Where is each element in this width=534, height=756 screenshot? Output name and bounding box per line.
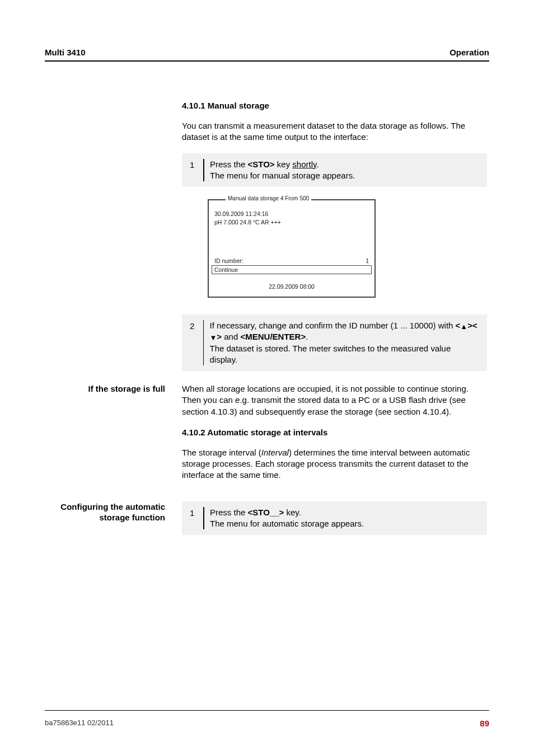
screen-id-label: ID number: (214, 257, 243, 264)
config-step-key: <STO__> (248, 508, 284, 517)
step-1-text: Press the <STO> key shortly. The menu fo… (210, 159, 355, 182)
step-divider (203, 159, 204, 182)
storage-full-label: If the storage is full (45, 383, 182, 395)
screen-continue: Continue (212, 265, 372, 274)
footer-page-number: 89 (480, 719, 489, 728)
footer-doc-id: ba75863e11 02/2011 (45, 719, 114, 728)
section-2-text: The storage interval (Interval) determin… (182, 447, 487, 481)
screen-measurement: pH 7.000 24.8 °C AR +++ (214, 219, 369, 226)
screen-id-row: ID number: 1 (214, 257, 369, 264)
config-label: Configuring the automatic storage functi… (45, 501, 182, 523)
up-arrow-icon: ▲ (460, 323, 467, 330)
down-arrow-icon: ▼ (209, 334, 217, 341)
step-2-text: If necessary, change and confirm the ID … (209, 320, 479, 365)
step2-line2: The dataset is stored. The meter switche… (209, 344, 451, 364)
step2-keymid: >< (467, 321, 477, 330)
step1-shortly: shortly (292, 159, 316, 169)
step-number: 2 (190, 320, 203, 331)
step2-keyopen1: < (456, 321, 461, 330)
page-footer: ba75863e11 02/2011 89 (45, 710, 489, 728)
screen-datetime: 30.09.2009 11:24:16 (214, 210, 369, 217)
step1-part-b: key (275, 159, 293, 169)
page-header: Multi 3410 Operation (45, 48, 489, 62)
config-step-b: key. (284, 508, 301, 517)
sec2-text-a: The storage interval ( (182, 448, 261, 457)
step-2-box: 2 If necessary, change and confirm the I… (182, 314, 487, 371)
device-screen: Manual data storage 4 From 500 30.09.200… (208, 199, 487, 298)
step2-part-a: If necessary, change and confirm the ID … (209, 321, 455, 330)
config-step-1-text: Press the <STO__> key. The menu for auto… (210, 507, 364, 530)
header-right: Operation (449, 48, 489, 57)
step-number: 1 (190, 507, 203, 518)
step1-part-a: Press the (210, 159, 248, 169)
step-number: 1 (190, 159, 203, 170)
section-intro: You can transmit a measurement dataset t… (182, 120, 487, 143)
step1-part-c: . (316, 159, 318, 169)
step2-part-c: . (306, 332, 308, 341)
config-step-line2: The menu for automatic storage appears. (210, 519, 364, 528)
config-step-1-box: 1 Press the <STO__> key. The menu for au… (182, 501, 487, 536)
screen-title: Manual data storage 4 From 500 (226, 195, 311, 201)
step1-key: <STO> (248, 159, 275, 169)
step2-keyclose1: > (217, 332, 222, 341)
header-left: Multi 3410 (45, 48, 86, 57)
step2-part-b: and (222, 332, 240, 341)
step-divider (203, 320, 204, 365)
step1-line2: The menu for manual storage appears. (210, 171, 355, 180)
config-step-a: Press the (210, 508, 248, 517)
step2-menu-key: <MENU/ENTER> (240, 332, 306, 341)
section-heading-4-10-1: 4.10.1 Manual storage (182, 101, 487, 110)
screen-id-value: 1 (366, 257, 369, 264)
step-divider (203, 507, 204, 530)
sec2-interval: Interval (261, 448, 289, 457)
step-1-box: 1 Press the <STO> key shortly. The menu … (182, 153, 487, 187)
screen-footer-time: 22.09.2009 08:00 (214, 278, 369, 293)
section-heading-4-10-2: 4.10.2 Automatic storage at intervals (182, 428, 487, 437)
storage-full-text: When all storage locations are occupied,… (182, 383, 487, 417)
